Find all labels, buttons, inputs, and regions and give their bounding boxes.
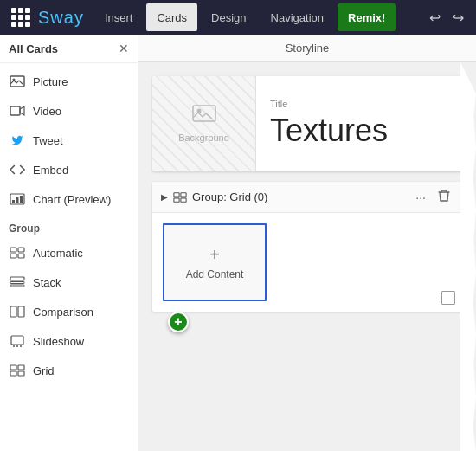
svg-rect-26 — [174, 192, 179, 196]
nav-cards[interactable]: Cards — [146, 3, 197, 31]
svg-point-17 — [13, 345, 15, 347]
picture-icon — [9, 73, 26, 90]
torn-edge-decoration — [460, 62, 476, 451]
group-card-header: ▶ Group: Grid (0) ··· — [152, 182, 462, 213]
grid-label: Grid — [33, 364, 55, 377]
sidebar-close-button[interactable]: ✕ — [119, 42, 129, 55]
sidebar: All Cards ✕ Picture — [0, 35, 138, 451]
group-card: ▶ Group: Grid (0) ··· — [152, 182, 462, 312]
svg-rect-13 — [10, 285, 24, 287]
chart-label: Chart (Preview) — [33, 193, 111, 206]
sidebar-list: Picture Video Tweet — [0, 63, 138, 451]
embed-label: Embed — [33, 164, 68, 177]
svg-rect-6 — [20, 196, 23, 203]
svg-rect-4 — [12, 200, 15, 203]
title-card-background[interactable]: Background — [152, 76, 256, 171]
storyline-header: Storyline — [138, 35, 476, 62]
storyline-content: Background Title Textures ▶ — [138, 62, 476, 451]
svg-rect-8 — [18, 248, 24, 252]
group-more-button[interactable]: ··· — [412, 190, 429, 204]
svg-rect-2 — [10, 106, 20, 115]
nav-insert[interactable]: Insert — [94, 3, 144, 31]
svg-rect-16 — [11, 336, 23, 345]
svg-rect-24 — [193, 106, 215, 121]
group-grid-icon — [173, 191, 187, 203]
app-name: Sway — [38, 8, 84, 28]
slideshow-icon — [9, 332, 26, 350]
nav-remix[interactable]: Remix! — [338, 3, 396, 31]
main-area: Storyline Background Title — [138, 35, 476, 451]
title-card: Background Title Textures — [152, 76, 462, 171]
group-checkbox[interactable] — [441, 291, 455, 305]
sidebar-item-grid[interactable]: Grid — [0, 356, 138, 385]
title-card-text-area: Title Textures — [256, 76, 462, 171]
tweet-label: Tweet — [33, 134, 63, 147]
group-delete-button[interactable] — [434, 189, 453, 205]
sidebar-title: All Cards — [9, 42, 58, 55]
svg-rect-15 — [18, 306, 24, 317]
sidebar-item-slideshow[interactable]: Slideshow — [0, 326, 138, 356]
tweet-icon — [9, 132, 26, 149]
sidebar-header: All Cards ✕ — [0, 35, 138, 63]
svg-rect-10 — [18, 254, 24, 258]
svg-rect-9 — [10, 254, 16, 258]
sidebar-item-video[interactable]: Video — [0, 96, 138, 126]
app-grid-icon — [11, 8, 30, 27]
app-grid-button[interactable] — [7, 3, 35, 31]
svg-rect-28 — [174, 197, 179, 201]
svg-rect-29 — [181, 197, 186, 201]
background-label: Background — [178, 132, 229, 143]
title-prefix-label: Title — [270, 99, 448, 109]
stack-icon — [9, 274, 26, 291]
video-icon — [9, 102, 26, 119]
add-content-plus-icon: + — [209, 245, 220, 265]
group-section-label: Group — [0, 214, 138, 238]
video-label: Video — [33, 105, 61, 118]
undo-button[interactable]: ↩ — [424, 6, 446, 29]
top-bar: Sway Insert Cards Design Navigation Remi… — [0, 0, 476, 35]
sidebar-item-comparison[interactable]: Comparison — [0, 297, 138, 326]
svg-rect-21 — [18, 365, 24, 370]
svg-rect-23 — [18, 371, 24, 376]
chart-icon — [9, 190, 26, 208]
add-content-placeholder[interactable]: + Add Content — [163, 223, 267, 301]
svg-rect-12 — [10, 282, 24, 284]
grid-icon — [9, 362, 26, 379]
svg-point-18 — [16, 345, 18, 347]
add-content-label: Add Content — [186, 268, 244, 280]
undo-redo-group: ↩ ↪ — [424, 6, 469, 29]
sidebar-item-embed[interactable]: Embed — [0, 155, 138, 184]
automatic-label: Automatic — [33, 247, 83, 260]
background-placeholder-icon — [192, 105, 216, 129]
picture-label: Picture — [33, 75, 68, 88]
svg-rect-20 — [10, 365, 16, 370]
comparison-icon — [9, 303, 26, 320]
sidebar-item-picture[interactable]: Picture — [0, 67, 138, 96]
group-card-body: + Add Content — [152, 213, 462, 312]
redo-button[interactable]: ↪ — [447, 6, 469, 29]
svg-rect-14 — [10, 306, 16, 317]
svg-rect-27 — [181, 192, 186, 196]
add-card-button[interactable]: + — [168, 312, 189, 332]
embed-icon — [9, 161, 26, 178]
storyline-label: Storyline — [286, 42, 330, 55]
nav-design[interactable]: Design — [201, 3, 256, 31]
svg-rect-22 — [10, 371, 16, 376]
main-content: All Cards ✕ Picture — [0, 35, 476, 451]
svg-point-25 — [196, 109, 201, 113]
title-value: Textures — [270, 113, 448, 149]
sidebar-item-automatic[interactable]: Automatic — [0, 238, 138, 267]
svg-rect-11 — [10, 277, 24, 280]
sidebar-item-stack[interactable]: Stack — [0, 267, 138, 297]
sidebar-item-chart[interactable]: Chart (Preview) — [0, 184, 138, 214]
comparison-label: Comparison — [33, 306, 93, 319]
svg-rect-7 — [10, 248, 16, 252]
svg-point-19 — [20, 345, 22, 347]
nav-navigation[interactable]: Navigation — [261, 3, 334, 31]
stack-label: Stack — [33, 276, 61, 289]
svg-rect-5 — [16, 197, 19, 203]
delete-icon — [438, 189, 450, 203]
group-expand-button[interactable]: ▶ — [161, 192, 168, 202]
automatic-icon — [9, 244, 26, 261]
sidebar-item-tweet[interactable]: Tweet — [0, 126, 138, 155]
